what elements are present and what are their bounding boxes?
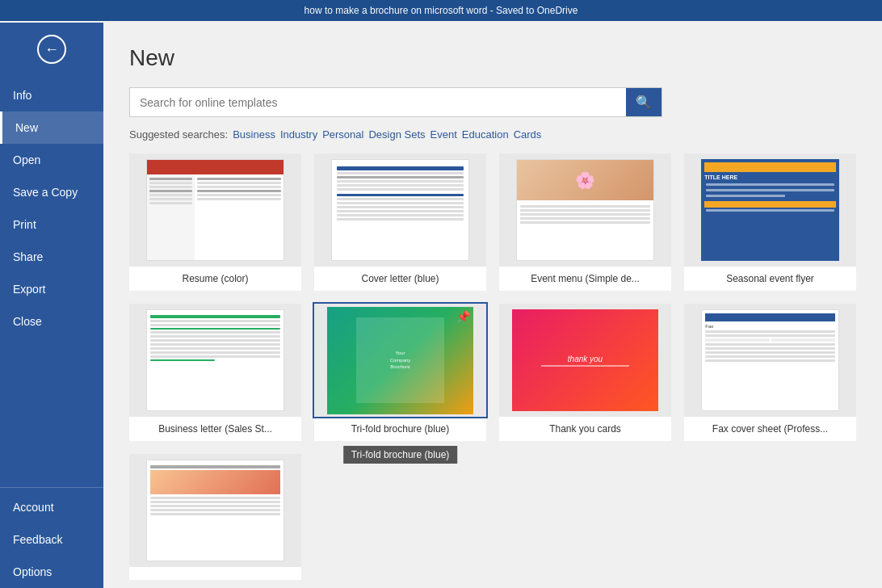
template-card-biz-letter[interactable]: Business letter (Sales St... xyxy=(129,304,301,441)
page-title: New xyxy=(129,45,856,71)
search-button[interactable]: 🔍 xyxy=(626,88,662,116)
tooltip-trifold-brochure: Tri-fold brochure (blue) xyxy=(343,446,458,464)
template-thumb-trifold-brochure: YourCompanyBrochure 📌 xyxy=(314,304,486,417)
template-thumb-fax-cover: Fax xyxy=(684,304,856,417)
template-card-cover-letter-blue[interactable]: Cover letter (blue) xyxy=(314,153,486,291)
template-label-wedding-calendar xyxy=(129,567,301,580)
sidebar-item-open[interactable]: Open xyxy=(0,144,103,176)
search-tag-design-sets[interactable]: Design Sets xyxy=(368,128,425,141)
search-input[interactable] xyxy=(130,90,626,116)
sidebar-bottom: Account Feedback Options xyxy=(0,484,103,588)
document-title: how to make a brochure on microsoft word… xyxy=(304,5,578,16)
template-card-trifold-brochure[interactable]: YourCompanyBrochure 📌 Tri-fold brochure … xyxy=(314,304,486,441)
back-circle-icon: ← xyxy=(37,35,66,64)
search-tag-cards[interactable]: Cards xyxy=(514,128,542,141)
suggested-searches: Suggested searches: Business Industry Pe… xyxy=(129,128,856,141)
template-thumb-seasonal-flyer: TITLE HERE xyxy=(684,153,856,267)
search-tag-event[interactable]: Event xyxy=(430,128,457,141)
template-label-biz-letter: Business letter (Sales St... xyxy=(129,417,301,441)
search-tag-education[interactable]: Education xyxy=(462,128,509,141)
sidebar-nav: Info New Open Save a Copy Print Share Ex… xyxy=(0,79,103,338)
search-icon: 🔍 xyxy=(636,94,652,110)
sidebar-item-account[interactable]: Account xyxy=(0,491,103,523)
title-bar: how to make a brochure on microsoft word… xyxy=(0,0,882,21)
template-label-seasonal-flyer: Seasonal event flyer xyxy=(684,267,856,291)
template-label-event-menu: Event menu (Simple de... xyxy=(499,267,671,291)
template-label-resume-color: Resume (color) xyxy=(129,267,301,291)
template-card-resume-color[interactable]: Resume (color) xyxy=(129,153,301,291)
sidebar-item-export[interactable]: Export xyxy=(0,273,103,305)
sidebar-item-close[interactable]: Close xyxy=(0,305,103,338)
templates-grid: Resume (color) xyxy=(129,153,856,580)
pin-icon: 📌 xyxy=(456,310,470,323)
template-thumb-biz-letter xyxy=(129,304,301,417)
search-bar: 🔍 xyxy=(129,87,662,117)
sidebar-item-share[interactable]: Share xyxy=(0,241,103,273)
sidebar-item-info[interactable]: Info xyxy=(0,79,103,111)
search-tag-personal[interactable]: Personal xyxy=(322,128,363,141)
sidebar-item-new[interactable]: New xyxy=(0,111,103,144)
template-thumb-event-menu: 🌸 xyxy=(499,153,671,267)
template-card-wedding-calendar[interactable] xyxy=(129,454,301,580)
back-button[interactable]: ← xyxy=(32,29,72,69)
sidebar-item-feedback[interactable]: Feedback xyxy=(0,523,103,556)
template-card-seasonal-flyer[interactable]: TITLE HERE Seasonal event flyer xyxy=(684,153,856,291)
template-thumb-wedding-calendar xyxy=(129,454,301,567)
sidebar-item-print[interactable]: Print xyxy=(0,208,103,241)
template-label-cover-letter-blue: Cover letter (blue) xyxy=(314,267,486,291)
search-tag-industry[interactable]: Industry xyxy=(280,128,317,141)
template-label-fax-cover: Fax cover sheet (Profess... xyxy=(684,417,856,441)
template-label-trifold-brochure: Tri-fold brochure (blue) xyxy=(314,417,486,441)
template-card-thankyou[interactable]: thank you Thank you cards xyxy=(499,304,671,441)
template-thumb-thankyou: thank you xyxy=(499,304,671,417)
sidebar-item-save-copy[interactable]: Save a Copy xyxy=(0,176,103,208)
search-tag-business[interactable]: Business xyxy=(233,128,275,141)
template-thumb-resume-color xyxy=(129,153,301,267)
template-card-fax-cover[interactable]: Fax Fax cover sheet (Prof xyxy=(684,304,856,441)
sidebar: ← Info New Open Save a Copy Print Share … xyxy=(0,23,103,588)
main-content: New 🔍 Suggested searches: Business Indus… xyxy=(103,23,882,588)
template-label-thankyou: Thank you cards xyxy=(499,417,671,441)
sidebar-item-options[interactable]: Options xyxy=(0,556,103,588)
template-thumb-cover-letter-blue xyxy=(314,153,486,267)
suggested-label: Suggested searches: xyxy=(129,128,228,141)
template-card-event-menu[interactable]: 🌸 Event menu (Simple de... xyxy=(499,153,671,291)
sidebar-divider xyxy=(0,487,103,488)
